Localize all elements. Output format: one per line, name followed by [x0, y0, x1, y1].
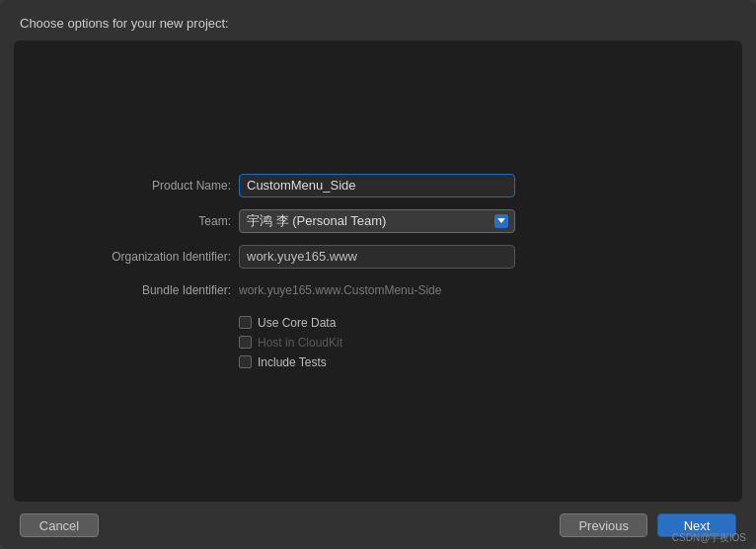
use-core-data-label: Use Core Data [258, 316, 336, 330]
product-name-row: Product Name: [53, 174, 703, 197]
team-label: Team: [53, 214, 231, 228]
dialog-footer: Cancel Previous Next [0, 502, 756, 549]
host-in-cloudkit-checkbox[interactable] [239, 336, 252, 349]
include-tests-row: Include Tests [239, 355, 703, 369]
product-name-label: Product Name: [53, 179, 231, 193]
team-select-wrapper: 宇鸿 李 (Personal Team) [239, 209, 515, 233]
cancel-button[interactable]: Cancel [20, 513, 99, 537]
bundle-identifier-value: work.yuye165.www.CustomMenu-Side [239, 280, 441, 300]
host-in-cloudkit-label: Host in CloudKit [258, 336, 342, 350]
previous-button[interactable]: Previous [560, 513, 647, 537]
product-name-input[interactable] [239, 174, 515, 197]
dialog-header-title: Choose options for your new project: [20, 16, 229, 31]
dialog-header: Choose options for your new project: [0, 0, 756, 40]
org-identifier-input[interactable] [239, 245, 515, 269]
bundle-identifier-label: Bundle Identifier: [53, 283, 231, 297]
dialog-content: Product Name: Team: 宇鸿 李 (Personal Team)… [14, 40, 742, 502]
bundle-identifier-row: Bundle Identifier: work.yuye165.www.Cust… [53, 280, 703, 300]
checkbox-section: Use Core Data Host in CloudKit Include T… [239, 316, 703, 369]
team-row: Team: 宇鸿 李 (Personal Team) [53, 209, 703, 233]
form-container: Product Name: Team: 宇鸿 李 (Personal Team)… [14, 144, 742, 399]
watermark-text: CSDN@宇夜iOS [672, 531, 746, 545]
org-identifier-row: Organization Identifier: [53, 245, 703, 269]
host-in-cloudkit-row: Host in CloudKit [239, 336, 703, 350]
include-tests-label: Include Tests [258, 355, 327, 369]
use-core-data-row: Use Core Data [239, 316, 703, 330]
org-identifier-label: Organization Identifier: [53, 250, 231, 264]
footer-left: Cancel [20, 513, 99, 537]
use-core-data-checkbox[interactable] [239, 316, 252, 329]
team-select[interactable]: 宇鸿 李 (Personal Team) [239, 209, 515, 233]
dialog-container: Choose options for your new project: Pro… [0, 0, 756, 549]
include-tests-checkbox[interactable] [239, 355, 252, 368]
